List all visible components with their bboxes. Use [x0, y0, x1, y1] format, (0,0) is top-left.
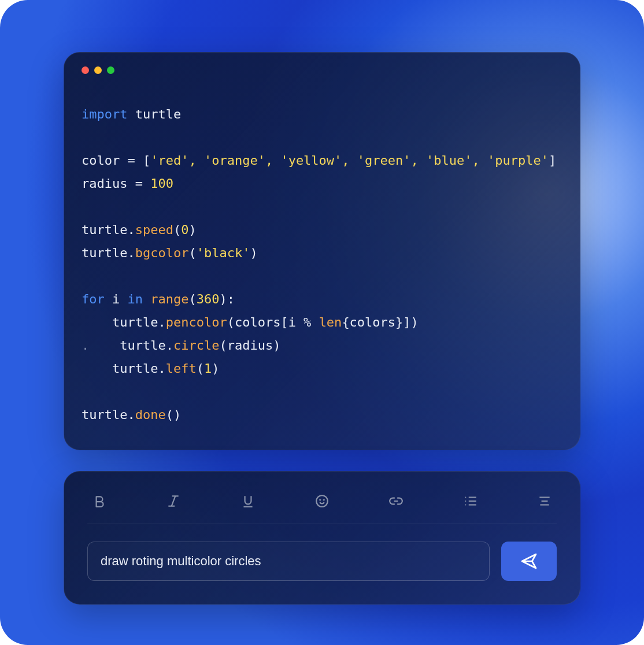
window-traffic-lights	[82, 66, 562, 74]
svg-point-10	[465, 496, 466, 498]
formatting-toolbar	[87, 489, 557, 524]
code-line: turtle.bgcolor('black')	[82, 246, 258, 260]
code-line: radius = 100	[82, 176, 173, 191]
svg-point-11	[465, 501, 466, 502]
send-button[interactable]	[501, 542, 557, 581]
italic-icon[interactable]	[164, 492, 183, 510]
code-line: turtle.speed(0)	[82, 223, 197, 237]
prompt-input[interactable]	[87, 542, 490, 581]
app-canvas: import turtle color = ['red', 'orange', …	[0, 0, 644, 645]
svg-point-12	[465, 504, 466, 505]
code-line: turtle.done()	[82, 407, 181, 422]
code-line: turtle.pencolor(colors[i % len{colors}])	[82, 315, 419, 329]
code-window: import turtle color = ['red', 'orange', …	[64, 52, 580, 450]
underline-icon[interactable]	[238, 492, 258, 510]
send-icon	[520, 552, 538, 570]
window-minimize-icon[interactable]	[94, 66, 102, 74]
bold-icon[interactable]	[90, 492, 109, 510]
emoji-icon[interactable]	[312, 492, 332, 510]
input-panel	[64, 471, 580, 605]
list-icon[interactable]	[461, 492, 480, 510]
code-line: import turtle	[82, 107, 181, 121]
link-icon[interactable]	[386, 492, 406, 510]
window-close-icon[interactable]	[82, 66, 89, 74]
align-icon[interactable]	[535, 492, 554, 510]
code-line: for i in range(360):	[82, 292, 235, 306]
window-maximize-icon[interactable]	[107, 66, 114, 74]
code-line: color = ['red', 'orange', 'yellow', 'gre…	[82, 153, 556, 168]
svg-point-5	[320, 499, 320, 500]
input-row	[87, 542, 557, 581]
code-line: turtle.left(1)	[82, 361, 219, 376]
svg-point-6	[324, 499, 324, 500]
svg-point-4	[316, 495, 328, 507]
code-line: . turtle.circle(radius)	[82, 338, 280, 353]
svg-line-2	[172, 496, 176, 506]
code-block: import turtle color = ['red', 'orange', …	[82, 103, 562, 427]
